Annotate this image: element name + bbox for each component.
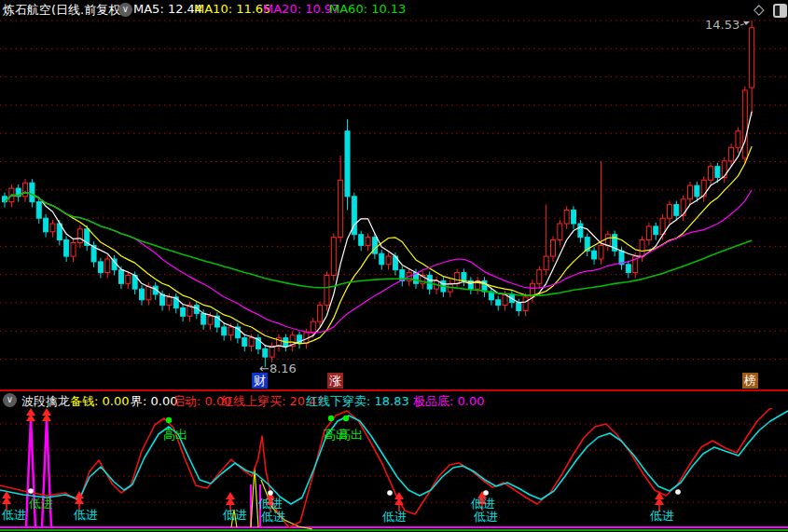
field-label: 界: bbox=[131, 394, 146, 408]
candle-body bbox=[578, 224, 583, 238]
candle-body bbox=[228, 327, 233, 335]
buy-arrow-icon bbox=[42, 408, 51, 421]
buy-signal-label: 低进 bbox=[260, 510, 285, 524]
candle-body bbox=[71, 242, 76, 256]
green-signal-dot bbox=[166, 417, 172, 423]
chevron-down-icon[interactable]: ∨ bbox=[118, 3, 132, 17]
indicator-field-red-cross-sell: 红线下穿卖: 18.83 bbox=[306, 393, 409, 410]
candle-body bbox=[359, 235, 364, 246]
candle-body bbox=[455, 273, 460, 284]
candle-body bbox=[736, 131, 740, 148]
floor-label: 财 bbox=[254, 374, 266, 388]
green-signal-dot bbox=[328, 416, 334, 421]
indicator-field-jipindi: 极品底: 0.00 bbox=[413, 393, 484, 410]
candle-body bbox=[30, 183, 35, 201]
candle-body bbox=[140, 289, 145, 300]
candle-body bbox=[311, 321, 315, 333]
ma10-label: MA10: bbox=[194, 2, 232, 16]
candle-body bbox=[544, 256, 548, 270]
candle-body bbox=[318, 306, 323, 322]
candle-body bbox=[263, 348, 268, 357]
indicator-header: ∨ 波段擒龙 备钱: 0.00 界: 0.00 启动: 0.00 红线上穿买: … bbox=[0, 392, 788, 408]
buy-signal-label: 低进 bbox=[257, 497, 283, 511]
ma60-value: 10.13 bbox=[371, 2, 406, 16]
field-value: 0.00 bbox=[458, 394, 485, 408]
candle-body bbox=[50, 224, 55, 232]
candle-body bbox=[146, 286, 151, 300]
candle-body bbox=[380, 253, 384, 265]
field-label: 红线下穿卖: bbox=[306, 394, 370, 408]
candle-body bbox=[551, 240, 556, 257]
candle-body bbox=[572, 210, 576, 224]
buy-signal-label: 低进 bbox=[73, 508, 98, 522]
candle-body bbox=[242, 338, 247, 347]
ma10-readout: MA10: 11.65 bbox=[194, 2, 270, 16]
candle-body bbox=[181, 308, 186, 317]
main-chart-header: 炼石航空(日线.前复权) ∨ MA5: 12.44 MA10: 11.65 MA… bbox=[0, 0, 788, 20]
candle-body bbox=[126, 276, 131, 284]
candle-body bbox=[517, 303, 521, 311]
candle-body bbox=[715, 167, 720, 178]
buy-signal-label: 低进 bbox=[222, 508, 247, 522]
diamond-icon[interactable]: ◇ bbox=[753, 3, 765, 17]
buy-signal-label: 低进 bbox=[470, 497, 495, 511]
high-price-annotation: 14.53 bbox=[705, 18, 740, 32]
candle-body bbox=[605, 235, 610, 246]
candle-body bbox=[688, 185, 693, 199]
field-label: 红线上穿买: bbox=[221, 394, 285, 408]
chart-canvas: ←8.1614.53财涨榜低进低进低进低进低进低进低进低进低进低进高出高出高出 bbox=[0, 0, 788, 532]
candle-body bbox=[750, 28, 754, 88]
candle-body bbox=[695, 185, 699, 197]
candle-body bbox=[646, 226, 651, 240]
candle-body bbox=[640, 240, 644, 257]
magenta-spike bbox=[26, 418, 35, 527]
white-signal-dot bbox=[387, 490, 393, 496]
chevron-down-icon[interactable]: ∨ bbox=[3, 393, 17, 407]
candle-body bbox=[222, 327, 227, 335]
green-signal-dot bbox=[343, 416, 349, 421]
sell-signal-label: 高出 bbox=[339, 428, 363, 442]
candle-body bbox=[674, 205, 679, 216]
indicator-field-beiqian: 备钱: 0.00 bbox=[70, 393, 129, 410]
candle-body bbox=[325, 276, 329, 306]
sell-signal-label: 高出 bbox=[163, 428, 187, 442]
white-signal-dot bbox=[268, 490, 273, 496]
candle-body bbox=[654, 226, 658, 235]
field-value: 18.83 bbox=[375, 394, 409, 408]
split-screen-icon[interactable] bbox=[773, 4, 787, 18]
ma5-line bbox=[5, 112, 752, 348]
stock-title[interactable]: 炼石航空(日线.前复权) bbox=[3, 2, 125, 19]
candle-body bbox=[592, 251, 597, 259]
ma5-label: MA5: bbox=[133, 2, 164, 16]
ma5-readout: MA5: 12.44 bbox=[133, 2, 202, 16]
stock-trading-app: { "header": { "title": "炼石航空(日线.前复权)", "… bbox=[0, 0, 788, 532]
candle-body bbox=[339, 180, 343, 237]
buy-signal-label: 低进 bbox=[381, 510, 407, 524]
candle-body bbox=[462, 273, 466, 281]
candle-body bbox=[44, 218, 48, 232]
candle-body bbox=[742, 90, 747, 158]
candle-body bbox=[366, 238, 370, 246]
white-signal-dot bbox=[675, 489, 681, 495]
candle-body bbox=[626, 265, 630, 273]
candle-body bbox=[599, 245, 603, 259]
candle-body bbox=[496, 300, 501, 306]
white-signal-dot bbox=[28, 488, 34, 494]
candle-body bbox=[709, 167, 713, 181]
indicator-name[interactable]: 波段擒龙 bbox=[21, 393, 70, 410]
candle-body bbox=[249, 338, 254, 347]
candle-body bbox=[64, 240, 69, 257]
candle-body bbox=[564, 210, 569, 224]
ma60-label: MA60: bbox=[329, 2, 367, 16]
annotation-arrow-head bbox=[743, 21, 750, 25]
field-label: 极品底: bbox=[413, 394, 453, 408]
buy-arrow-icon bbox=[26, 408, 35, 421]
candle-body bbox=[208, 316, 213, 324]
white-signal-dot bbox=[483, 490, 489, 496]
ma20-label: MA20: bbox=[263, 2, 301, 16]
buy-signal-label: 低进 bbox=[28, 497, 53, 511]
field-label: 备钱: bbox=[70, 394, 98, 408]
field-value: 0.00 bbox=[103, 394, 130, 408]
magenta-spike bbox=[42, 418, 51, 527]
candle-body bbox=[105, 259, 110, 273]
